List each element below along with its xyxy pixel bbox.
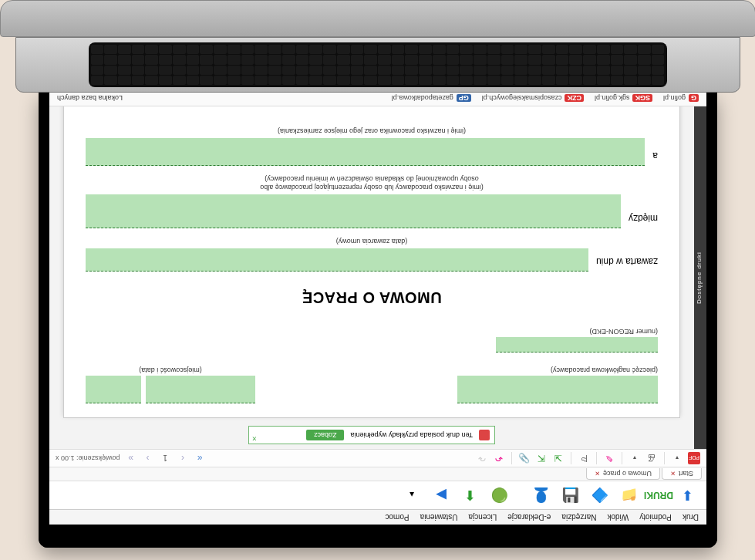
laptop-keyboard bbox=[89, 42, 667, 87]
link-badge-icon: CZK bbox=[565, 95, 584, 103]
database-status: Lokalna baza danych bbox=[57, 95, 123, 103]
menu-widok[interactable]: Widok bbox=[607, 513, 629, 521]
place-date-caption: (miejscowość i data) bbox=[86, 366, 255, 374]
side-panel-tab[interactable]: Dostępne druki bbox=[694, 106, 706, 449]
user-icon[interactable]: 👤 bbox=[531, 484, 552, 506]
prev-page-icon[interactable]: ‹ bbox=[177, 452, 189, 464]
chevron-down-icon[interactable]: ▾ bbox=[629, 452, 641, 464]
employer-stamp-field[interactable] bbox=[457, 376, 658, 403]
employer-stamp-caption: (pieczęć nagłówkowa pracodawcy) bbox=[457, 366, 658, 374]
form-title: UMOWA O PRACĘ bbox=[86, 288, 658, 306]
menu-druk[interactable]: Druk bbox=[682, 513, 698, 521]
attach-icon[interactable]: 📎 bbox=[518, 452, 531, 464]
close-icon[interactable]: ✕ bbox=[594, 471, 599, 477]
folder-icon[interactable]: 📁 bbox=[618, 484, 640, 506]
date-field[interactable] bbox=[86, 376, 141, 403]
browser-icon[interactable]: 🟢 bbox=[489, 484, 511, 506]
dropdown-arrow-icon[interactable]: ▲ bbox=[401, 484, 423, 506]
save-icon[interactable]: 💾 bbox=[560, 484, 581, 506]
tab-start-label: Start bbox=[678, 470, 693, 477]
employer-name-field[interactable] bbox=[86, 194, 621, 228]
document-viewport[interactable]: Ten druk posiada przykłady wypełnienia Z… bbox=[49, 106, 694, 449]
page-number: 1 bbox=[158, 454, 172, 463]
between-caption: (imię i nazwisko pracodawcy lub osoby re… bbox=[86, 174, 658, 191]
notice-text: Ten druk posiada przykłady wypełnienia bbox=[350, 431, 473, 439]
first-page-icon[interactable]: « bbox=[194, 452, 206, 464]
laptop-lid bbox=[0, 0, 755, 37]
menubar: Druk Podmioty Widok Narzędzia e-Deklarac… bbox=[49, 509, 706, 525]
link-badge-icon: G bbox=[688, 95, 698, 103]
laptop-bezel: Druk Podmioty Widok Narzędzia e-Deklarac… bbox=[39, 93, 717, 548]
flag-icon[interactable]: 🏳 bbox=[578, 452, 590, 464]
main-toolbar: ⬇ DRUKI 📁 🔷 💾 👤 🟢 ⬆ ▶ ▲ bbox=[49, 481, 706, 509]
link-gofin[interactable]: G gofin.pl bbox=[662, 95, 698, 103]
between-label: między bbox=[628, 213, 657, 228]
link-czasopisma[interactable]: CZK czasopismaksiegowych.pl bbox=[481, 95, 583, 103]
form-page: (pieczęć nagłówkowa pracodawcy) (miejsco… bbox=[63, 106, 680, 418]
close-icon[interactable]: × bbox=[252, 434, 257, 443]
concluded-caption: (data zawarcia umowy) bbox=[86, 236, 658, 245]
laptop-keyboard-deck bbox=[15, 37, 740, 93]
cloud-sync-icon[interactable]: 🔷 bbox=[589, 484, 611, 506]
footer-links-bar: G gofin.pl SGK sgk.gofin.pl CZK czasopis… bbox=[49, 93, 706, 106]
chevron-down-icon[interactable]: ▾ bbox=[671, 452, 683, 464]
notice-view-button[interactable]: Zobacz bbox=[305, 430, 344, 440]
pdf-icon[interactable]: PDF bbox=[688, 452, 700, 464]
redo-icon[interactable]: ↷ bbox=[476, 452, 488, 464]
menu-licencja[interactable]: Licencja bbox=[468, 513, 497, 521]
eraser-icon[interactable]: ✎ bbox=[603, 452, 615, 464]
next-page-icon[interactable]: › bbox=[141, 452, 153, 464]
tab-document-label: Umowa o pracę bbox=[602, 470, 651, 477]
close-icon[interactable]: ✕ bbox=[669, 471, 675, 477]
menu-narzedzia[interactable]: Narzędzia bbox=[561, 513, 596, 521]
link-badge-icon: SGK bbox=[632, 95, 652, 103]
place-field[interactable] bbox=[146, 376, 255, 403]
menu-podmioty[interactable]: Podmioty bbox=[639, 513, 672, 521]
menu-ustawienia[interactable]: Ustawienia bbox=[420, 513, 457, 521]
last-page-icon[interactable]: » bbox=[124, 452, 137, 464]
print-icon[interactable]: 🖨 bbox=[645, 452, 658, 464]
link-sgk[interactable]: SGK sgk.gofin.pl bbox=[594, 95, 652, 103]
example-notice: Ten druk posiada przykłady wypełnienia Z… bbox=[248, 426, 495, 444]
concluded-date-field[interactable] bbox=[86, 248, 588, 272]
zoom-level: powiększenie: 1.00 x bbox=[56, 454, 120, 462]
notice-icon bbox=[479, 430, 490, 440]
import-icon[interactable]: ⇲ bbox=[552, 452, 565, 464]
menu-edeklaracje[interactable]: e-Deklaracje bbox=[507, 513, 551, 521]
link-badge-icon: GP bbox=[456, 95, 470, 103]
and-label: a bbox=[652, 150, 658, 166]
upload-icon[interactable]: ⬆ bbox=[460, 484, 481, 506]
play-icon[interactable]: ▶ bbox=[430, 484, 452, 506]
employee-name-field[interactable] bbox=[86, 138, 645, 166]
app-window: Druk Podmioty Widok Narzędzia e-Deklarac… bbox=[49, 93, 706, 525]
document-tabs: Start ✕ Umowa o pracę ✕ bbox=[49, 467, 706, 481]
undo-icon[interactable]: ↶ bbox=[493, 452, 505, 464]
tab-start[interactable]: Start ✕ bbox=[661, 468, 701, 480]
tab-document[interactable]: Umowa o pracę ✕ bbox=[585, 468, 659, 480]
and-caption: (imię i nazwisko pracownika oraz jego mi… bbox=[86, 126, 658, 135]
concluded-on-label: zawarta w dniu bbox=[595, 256, 657, 272]
download-icon[interactable]: ⬇ bbox=[677, 484, 699, 506]
link-gazeta[interactable]: GP gazetapodatkowa.pl bbox=[391, 95, 470, 103]
export-icon[interactable]: ⇱ bbox=[535, 452, 548, 464]
regon-field[interactable] bbox=[496, 337, 658, 353]
druki-logo-icon[interactable]: DRUKI bbox=[648, 484, 669, 506]
regon-caption: (numer REGON-EKD) bbox=[496, 328, 658, 336]
menu-pomoc[interactable]: Pomoc bbox=[385, 513, 409, 521]
document-toolbar: PDF ▾ 🖨 ▾ ✎ 🏳 ⇲ ⇱ 📎 ↶ ↷ « ‹ 1 › bbox=[49, 449, 706, 467]
